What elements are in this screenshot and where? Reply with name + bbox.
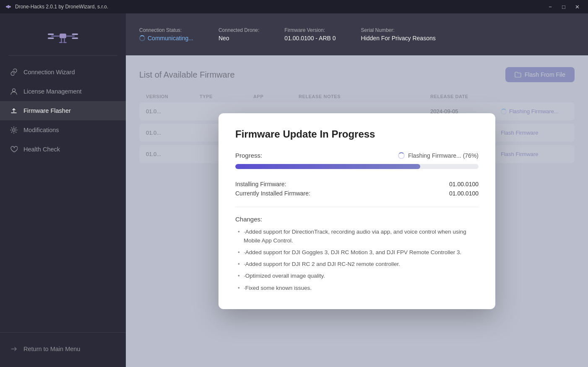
svg-rect-4 [66,36,75,36]
firmware-version-value: 01.00.0100 - ARB 0 [284,35,336,42]
sidebar-nav: Connection Wizard License Management Fir… [0,59,126,332]
sidebar-label-modifications: Modifications [23,127,59,133]
connection-status-label: Connection Status: [139,27,193,33]
progress-text: Flashing Firmware... (76%) [408,152,479,159]
progress-status: Flashing Firmware... (76%) [398,152,479,159]
close-button[interactable]: ✕ [571,3,583,11]
change-item-1: ·Added support for DirectionTrack, recor… [235,228,479,245]
link-icon [10,68,18,76]
app-container: Connection Wizard License Management Fir… [0,13,588,367]
logo [0,13,126,55]
header-bar: Connection Status: Communicating... Conn… [126,13,588,55]
window-controls: − □ ✕ [544,3,583,11]
title-bar-left: Drone-Hacks 2.0.1 by DroneWizard, s.r.o. [5,3,108,10]
heart-icon [10,146,18,153]
changes-list: ·Added support for DirectionTrack, recor… [235,228,479,292]
serial-number-stat: Serial Number: Hidden For Privacy Reason… [361,27,436,42]
svg-rect-6 [48,38,54,39]
connected-drone-stat: Connected Drone: Neo [219,27,259,42]
installing-firmware-row: Installing Firmware: 01.00.0100 [235,181,479,187]
firmware-version-label: Firmware Version: [284,27,336,33]
user-icon [10,88,18,95]
settings-icon [10,126,18,134]
sidebar-footer: Return to Main Menu [0,332,126,367]
progress-spinner [398,152,405,159]
connection-status-stat: Connection Status: Communicating... [139,27,193,42]
progress-row: Progress: Flashing Firmware... (76%) [235,152,479,159]
connection-status-value: Communicating... [139,35,193,42]
main-content: Connection Status: Communicating... Conn… [126,13,588,367]
arrow-right-icon [10,345,18,353]
firmware-version-stat: Firmware Version: 01.00.0100 - ARB 0 [284,27,336,42]
svg-rect-7 [72,34,78,35]
change-item-5: ·Fixed some known issues. [235,284,479,292]
change-item-2: ·Added support for DJI Goggles 3, DJI RC… [235,248,479,257]
connected-drone-value: Neo [219,35,259,42]
svg-point-13 [13,89,16,92]
communicating-spinner [139,35,145,41]
firmware-info: Installing Firmware: 01.00.0100 Currentl… [235,181,479,197]
sidebar-label-connection-wizard: Connection Wizard [23,69,75,75]
app-title: Drone-Hacks 2.0.1 by DroneWizard, s.r.o. [15,4,108,10]
app-icon [5,3,12,10]
svg-rect-1 [8,5,9,8]
firmware-update-modal: Firmware Update In Progress Progress: Fl… [219,113,495,309]
svg-rect-9 [61,38,62,42]
svg-rect-5 [48,34,54,35]
change-item-4: ·Optimized overall image quality. [235,272,479,280]
progress-bar-track [235,164,479,169]
maximize-button[interactable]: □ [558,3,570,11]
svg-rect-12 [63,42,67,43]
sidebar-item-modifications[interactable]: Modifications [0,120,126,140]
changes-section: Changes: ·Added support for DirectionTra… [235,216,479,292]
sidebar-item-connection-wizard[interactable]: Connection Wizard [0,62,126,82]
sidebar-label-firmware-flasher: Firmware Flasher [23,107,71,114]
modal-backdrop: Firmware Update In Progress Progress: Fl… [126,55,588,367]
minimize-button[interactable]: − [544,3,556,11]
svg-rect-3 [51,36,60,36]
current-label: Currently Installed Firmware: [235,190,310,197]
sidebar-divider [8,55,117,56]
sidebar-footer-label: Return to Main Menu [23,346,80,352]
sidebar-item-license-management[interactable]: License Management [0,82,126,101]
change-item-3: ·Added support for DJI RC 2 and DJI RC-N… [235,260,479,268]
svg-rect-8 [72,38,78,39]
modal-title: Firmware Update In Progress [235,128,479,140]
sidebar-label-health-check: Health Check [23,146,60,153]
progress-label: Progress: [235,152,262,159]
serial-number-value: Hidden For Privacy Reasons [361,35,436,42]
svg-rect-11 [59,42,62,43]
sidebar-item-health-check[interactable]: Health Check [0,140,126,159]
installing-value: 01.00.0100 [449,181,479,187]
serial-number-label: Serial Number: [361,27,436,33]
svg-point-14 [13,129,15,131]
sidebar: Connection Wizard License Management Fir… [0,13,126,367]
connected-drone-label: Connected Drone: [219,27,259,33]
sidebar-label-license-management: License Management [23,88,82,95]
current-value: 01.00.0100 [449,190,479,197]
return-to-main-menu[interactable]: Return to Main Menu [0,339,126,359]
title-bar: Drone-Hacks 2.0.1 by DroneWizard, s.r.o.… [0,0,588,13]
installing-label: Installing Firmware: [235,181,286,187]
progress-bar-fill [235,164,420,169]
sidebar-item-firmware-flasher[interactable]: Firmware Flasher [0,101,126,120]
modal-divider [235,207,479,207]
upload-icon [10,107,18,115]
content-area: List of Available Firmware Flash From Fi… [126,55,588,367]
svg-rect-2 [60,34,66,38]
changes-title: Changes: [235,216,479,223]
svg-rect-10 [64,38,65,42]
current-firmware-row: Currently Installed Firmware: 01.00.0100 [235,190,479,197]
